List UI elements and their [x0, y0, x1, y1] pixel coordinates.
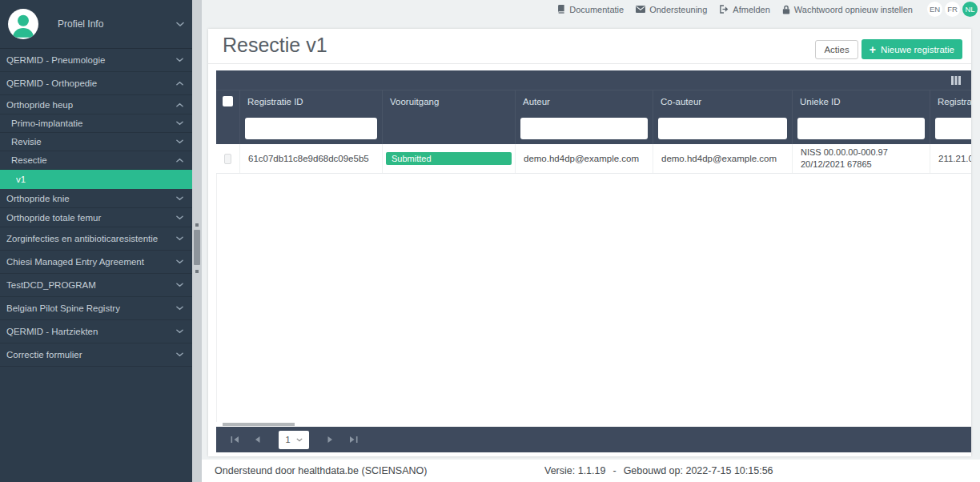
lock-icon — [782, 5, 790, 14]
sidebar-item-belgian-pilot-spine[interactable]: Belgian Pilot Spine Registry — [0, 297, 192, 320]
chevron-down-icon — [176, 236, 183, 241]
page-title: Resectie v1 — [223, 34, 327, 57]
footer: Ondersteund door healthdata.be (SCIENSAN… — [202, 460, 980, 482]
acties-button[interactable]: Acties — [815, 40, 858, 59]
first-page-button[interactable] — [227, 432, 243, 448]
row-cell-auteur: demo.hd4dp@example.com — [516, 144, 653, 173]
lang-fr-button[interactable]: FR — [945, 2, 960, 17]
wachtwoord-reset-link[interactable]: Wachtwoord opnieuw instellen — [782, 5, 913, 14]
filter-registratie-input[interactable] — [935, 118, 971, 139]
afmelden-link[interactable]: Afmelden — [719, 5, 769, 14]
row-cell-co-auteur: demo.hd4dp@example.com — [653, 144, 793, 173]
header-cell[interactable]: Vooruitgang — [383, 90, 516, 112]
filter-cell — [930, 112, 971, 144]
chevron-down-icon — [176, 215, 183, 220]
footer-separator: - — [612, 465, 616, 476]
select-all-checkbox[interactable] — [223, 96, 233, 106]
lang-en-button[interactable]: EN — [927, 2, 942, 17]
sidebar-profile[interactable]: Profiel Info — [0, 0, 192, 49]
profile-label: Profiel Info — [58, 18, 171, 30]
chevron-down-icon — [296, 438, 303, 442]
avatar — [8, 9, 38, 39]
book-icon — [556, 5, 565, 14]
filter-cell — [383, 112, 516, 144]
sidebar-scrollbar[interactable] — [192, 0, 202, 482]
registrations-table: Registratie ID Vooruitgang Auteur Co-aut… — [216, 70, 971, 452]
filter-cell — [240, 112, 383, 144]
row-checkbox[interactable] — [224, 154, 231, 164]
row-cell-checkbox — [216, 144, 240, 173]
table-toolbar — [216, 70, 971, 90]
sidebar-item-primo-implantatie[interactable]: Primo-implantatie — [0, 114, 192, 133]
page-select[interactable]: 1 — [279, 431, 309, 449]
scrollbar-thumb[interactable] — [194, 230, 200, 265]
filter-cell — [653, 112, 793, 144]
table-filter-row — [216, 112, 971, 144]
next-page-button[interactable] — [323, 432, 339, 448]
table-row[interactable]: 61c07db11c8e9d68dc09e5b5 Submitted demo.… — [216, 144, 971, 174]
filter-unieke-id-input[interactable] — [797, 118, 925, 139]
row-cell-unieke-id: NISS 00.00.00-000.97 20/12/2021 67865 — [793, 144, 930, 173]
sidebar-item-resectie[interactable]: Resectie — [0, 151, 192, 170]
sidebar-item-correctie-formulier[interactable]: Correctie formulier — [0, 343, 192, 367]
sidebar-item-testdcd-program[interactable]: TestDCD_PROGRAM — [0, 274, 192, 297]
footer-build-date: Gebouwd op: 2022-7-15 10:15:56 — [624, 465, 773, 476]
sidebar-item-chiesi[interactable]: Chiesi Managed Entry Agreement — [0, 251, 192, 274]
row-cell-registratie-id: 61c07db11c8e9d68dc09e5b5 — [240, 144, 383, 173]
chevron-down-icon — [176, 329, 183, 334]
documentatie-link[interactable]: Documentatie — [556, 5, 624, 14]
filter-cell — [216, 112, 240, 144]
card-header: Resectie v1 Acties + Nieuwe registratie — [208, 29, 971, 64]
filter-co-auteur-input[interactable] — [658, 118, 787, 139]
header-cell[interactable]: Auteur — [516, 90, 653, 112]
nieuwe-registratie-button[interactable]: + Nieuwe registratie — [862, 39, 962, 59]
footer-version-info: Versie: 1.1.19 - Gebouwd op: 2022-7-15 1… — [544, 465, 773, 476]
footer-version: Versie: 1.1.19 — [544, 465, 605, 476]
sidebar-item-orthopride-heup[interactable]: Orthopride heup — [0, 95, 192, 114]
header-actions: Acties + Nieuwe registratie — [815, 39, 962, 59]
hscrollbar-thumb[interactable] — [223, 423, 295, 426]
header-cell[interactable]: Co-auteur — [653, 90, 793, 112]
chevron-down-icon — [176, 139, 183, 144]
table-horizontal-scrollbar[interactable] — [216, 422, 971, 427]
sidebar-item-orthopride-totale-femur[interactable]: Orthopride totale femur — [0, 208, 192, 227]
envelope-icon — [636, 6, 645, 13]
sidebar-item-revisie[interactable]: Revisie — [0, 133, 192, 151]
lang-nl-button[interactable]: NL — [962, 2, 978, 17]
sidebar-item-qermid-orthopedie[interactable]: QERMID - Orthopedie — [0, 72, 192, 95]
scroll-down-arrow[interactable] — [195, 270, 199, 273]
language-switcher: EN FR NL — [927, 2, 978, 17]
row-cell-vooruitgang: Submitted — [383, 144, 516, 173]
main-card: Resectie v1 Acties + Nieuwe registratie … — [208, 29, 971, 456]
footer-supported-by: Ondersteund door healthdata.be (SCIENSAN… — [215, 465, 427, 476]
chevron-down-icon — [176, 352, 183, 357]
pagination-bar: 1 — [216, 427, 971, 452]
header-cell[interactable]: Registratie ID — [240, 90, 383, 112]
sidebar: Profiel Info QERMID - Pneumologie QERMID… — [0, 0, 192, 482]
header-cell-checkbox — [216, 90, 240, 112]
chevron-down-icon — [176, 58, 183, 62]
previous-page-button[interactable] — [249, 432, 265, 448]
status-badge: Submitted — [386, 152, 512, 165]
header-cell[interactable]: Registratie — [930, 90, 971, 112]
table-empty-area — [216, 174, 971, 422]
filter-cell — [793, 112, 930, 144]
plus-icon: + — [870, 44, 876, 55]
ondersteuning-link[interactable]: Ondersteuning — [636, 5, 707, 14]
topbar: Documentatie Ondersteuning Afmelden Wach… — [202, 0, 980, 18]
filter-registratie-id-input[interactable] — [245, 118, 377, 139]
signout-icon — [719, 5, 729, 14]
sidebar-item-v1-selected[interactable]: v1 — [0, 170, 192, 189]
last-page-button[interactable] — [345, 432, 361, 448]
chevron-down-icon — [176, 22, 184, 27]
sidebar-item-qermid-hartziekten[interactable]: QERMID - Hartziekten — [0, 320, 192, 343]
sidebar-item-orthopride-knie[interactable]: Orthopride knie — [0, 189, 192, 208]
filter-auteur-input[interactable] — [520, 118, 648, 139]
scroll-up-arrow[interactable] — [195, 223, 199, 227]
sidebar-item-qermid-pneumologie[interactable]: QERMID - Pneumologie — [0, 49, 192, 72]
filter-cell — [516, 112, 653, 144]
columns-icon[interactable] — [951, 76, 961, 85]
header-cell[interactable]: Unieke ID — [793, 90, 930, 112]
sidebar-item-zorginfecties[interactable]: Zorginfecties en antibioticaresistentie — [0, 227, 192, 251]
chevron-down-icon — [176, 283, 183, 287]
